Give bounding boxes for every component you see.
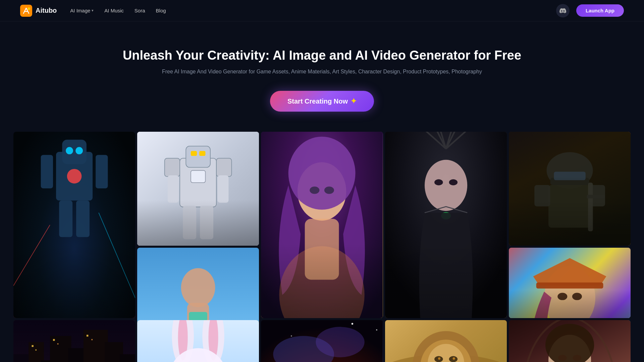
- svg-point-98: [558, 355, 567, 361]
- gallery-item-dark-fairy[interactable]: [385, 132, 507, 318]
- svg-rect-11: [76, 200, 90, 237]
- brand-name: Aitubo: [36, 7, 57, 14]
- svg-rect-88: [587, 195, 605, 198]
- sparkle-icon: ✦: [351, 97, 357, 106]
- svg-point-50: [288, 137, 356, 210]
- chevron-down-icon: ▾: [92, 8, 94, 13]
- discord-icon: [559, 7, 566, 14]
- svg-point-44: [181, 268, 215, 307]
- svg-rect-91: [536, 283, 603, 289]
- svg-point-99: [573, 355, 581, 361]
- svg-rect-6: [62, 140, 87, 164]
- svg-rect-19: [68, 348, 85, 362]
- svg-point-77: [438, 357, 440, 360]
- svg-rect-46: [189, 312, 207, 321]
- svg-rect-20: [84, 330, 108, 362]
- gallery-item-woman-portrait[interactable]: [509, 320, 631, 362]
- gallery-item-lion[interactable]: [385, 320, 507, 362]
- navbar: Aitubo AI Image ▾ AI Music Sora Blog: [0, 0, 644, 21]
- start-creating-button[interactable]: Start Creating Now ✦: [270, 91, 374, 112]
- svg-rect-25: [35, 349, 37, 351]
- gallery-item-robot-warrior[interactable]: [13, 132, 135, 318]
- svg-point-8: [75, 147, 83, 155]
- svg-rect-0: [20, 5, 32, 17]
- svg-point-66: [425, 160, 467, 211]
- gallery-item-purple-woman[interactable]: [261, 132, 383, 318]
- svg-point-53: [279, 246, 365, 318]
- svg-rect-10: [59, 200, 72, 237]
- svg-rect-41: [191, 171, 206, 183]
- gallery-item-pirate-woman[interactable]: [509, 248, 631, 318]
- gallery-item-city-night[interactable]: [13, 320, 135, 362]
- nav-item-blog[interactable]: Blog: [156, 8, 166, 13]
- nav-item-ai-music[interactable]: AI Music: [104, 8, 124, 13]
- gallery-item-gundam[interactable]: [137, 132, 259, 246]
- logo-icon: [20, 5, 32, 17]
- cta-label: Start Creating Now: [287, 98, 348, 105]
- svg-point-9: [67, 169, 82, 184]
- svg-point-61: [352, 323, 353, 324]
- svg-point-78: [452, 357, 455, 360]
- svg-point-67: [434, 179, 443, 185]
- nav-item-sora[interactable]: Sora: [135, 8, 145, 13]
- svg-point-7: [66, 147, 73, 155]
- svg-point-51: [310, 187, 320, 194]
- gallery-item-soldier[interactable]: [509, 132, 631, 246]
- svg-rect-36: [216, 158, 231, 176]
- svg-rect-12: [41, 155, 53, 188]
- svg-rect-87: [588, 183, 593, 231]
- hero-title: Unleash Your Creativity: AI Image and AI…: [7, 48, 637, 63]
- logo[interactable]: Aitubo: [20, 5, 57, 17]
- gallery-item-space[interactable]: [261, 320, 383, 362]
- svg-rect-22: [120, 354, 135, 362]
- svg-point-58: [316, 327, 365, 357]
- svg-rect-39: [183, 206, 196, 239]
- gallery-section: [0, 132, 644, 362]
- svg-rect-29: [91, 339, 93, 340]
- gallery-item-cute-rabbit[interactable]: [137, 320, 259, 362]
- svg-rect-54: [305, 219, 339, 280]
- nav-item-ai-image[interactable]: AI Image ▾: [70, 8, 94, 13]
- svg-point-52: [324, 187, 334, 194]
- svg-rect-13: [96, 155, 108, 188]
- hero-subtitle: Free AI Image And Video Generator for Ga…: [7, 69, 637, 75]
- svg-point-63: [291, 336, 292, 337]
- discord-button[interactable]: [556, 4, 570, 17]
- svg-point-64: [376, 329, 378, 330]
- svg-point-92: [557, 293, 567, 300]
- svg-point-1: [28, 7, 30, 10]
- svg-point-93: [572, 293, 582, 300]
- svg-rect-33: [191, 151, 197, 156]
- svg-rect-84: [548, 185, 591, 228]
- hero-section: Unleash Your Creativity: AI Image and AI…: [0, 21, 644, 132]
- svg-point-68: [449, 179, 457, 185]
- svg-rect-28: [87, 335, 88, 337]
- svg-rect-37: [168, 175, 179, 203]
- svg-rect-83: [554, 172, 585, 180]
- svg-rect-32: [186, 146, 210, 168]
- svg-rect-35: [165, 158, 180, 176]
- svg-rect-85: [534, 185, 550, 206]
- svg-rect-24: [32, 345, 33, 347]
- svg-rect-38: [218, 175, 229, 203]
- svg-rect-16: [29, 342, 44, 362]
- svg-rect-40: [200, 206, 213, 239]
- svg-rect-34: [199, 151, 205, 156]
- launch-app-button[interactable]: Launch App: [576, 4, 624, 17]
- svg-rect-27: [57, 343, 59, 345]
- svg-rect-26: [53, 339, 55, 341]
